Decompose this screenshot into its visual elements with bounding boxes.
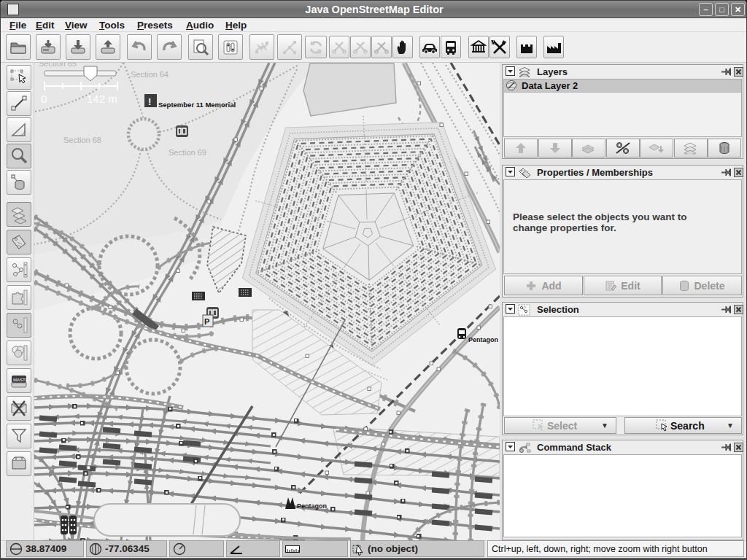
svg-text:0: 0: [41, 93, 47, 105]
svg-text:Pentagon: Pentagon: [297, 502, 327, 510]
svg-text:P: P: [204, 317, 209, 326]
svg-text:!: !: [148, 96, 151, 107]
svg-text:Section 65: Section 65: [39, 63, 77, 68]
svg-text:Section 64: Section 64: [131, 70, 169, 79]
svg-text:MASTER: MASTER: [13, 378, 28, 382]
svg-text:Section 69: Section 69: [169, 148, 206, 157]
svg-text:September 11 Memorial: September 11 Memorial: [158, 101, 236, 109]
svg-text:Pentagon: Pentagon: [468, 336, 498, 343]
svg-text:142 m: 142 m: [87, 93, 117, 105]
svg-text:o: o: [524, 305, 526, 309]
svg-text:Section 68: Section 68: [63, 136, 101, 144]
